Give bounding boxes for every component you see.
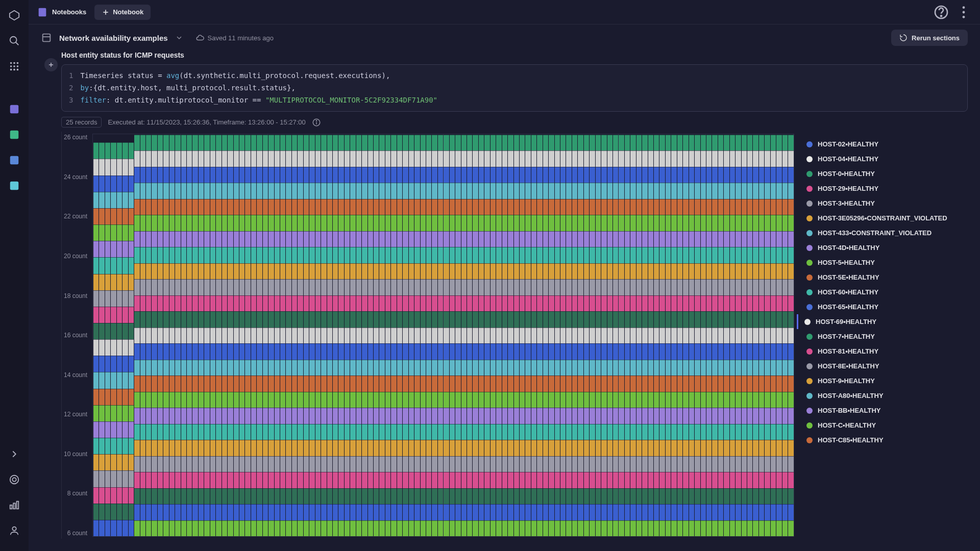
code-content: Timeseries status = avg(dt.synthetic.mul… xyxy=(80,70,437,106)
add-section-button[interactable] xyxy=(44,58,58,71)
legend-item[interactable]: HOST-A80•HEALTHY xyxy=(804,388,964,403)
legend-swatch-icon xyxy=(806,378,813,384)
legend-item[interactable]: HOST-81•HEALTHY xyxy=(804,344,964,359)
legend-label: HOST-81•HEALTHY xyxy=(818,347,878,355)
legend-swatch-icon xyxy=(806,393,813,399)
chart-legend: HOST-02•HEALTHYHOST-04•HEALTHYHOST-0•HEA… xyxy=(794,132,968,539)
legend-label: HOST-C•HEALTHY xyxy=(818,421,876,429)
legend-item[interactable]: HOST-60•HEALTHY xyxy=(804,285,964,299)
legend-label: HOST-A80•HEALTHY xyxy=(818,392,884,399)
legend-label: HOST-5E•HEALTHY xyxy=(818,273,879,281)
pinned-app-4-icon[interactable] xyxy=(5,177,23,195)
svg-point-16 xyxy=(10,475,19,484)
svg-rect-19 xyxy=(13,503,15,509)
legend-swatch-icon xyxy=(806,186,813,192)
user-icon[interactable] xyxy=(5,521,23,540)
y-tick: 26 count xyxy=(62,134,90,141)
legend-item[interactable]: HOST-C85•HEALTHY xyxy=(804,433,964,447)
svg-point-17 xyxy=(12,478,16,481)
legend-swatch-icon xyxy=(806,363,813,369)
svg-rect-18 xyxy=(10,505,12,509)
y-tick: 6 count xyxy=(62,530,90,537)
legend-label: HOST-9•HEALTHY xyxy=(818,377,875,385)
cloud-saved-icon xyxy=(195,33,205,42)
legend-item[interactable]: HOST-5•HEALTHY xyxy=(804,255,964,270)
pinned-app-2-icon[interactable] xyxy=(5,126,23,144)
notebooks-breadcrumb[interactable]: Notebooks xyxy=(52,8,86,16)
legend-item[interactable]: HOST-4D•HEALTHY xyxy=(804,240,964,255)
y-tick: 12 count xyxy=(62,411,90,418)
legend-item[interactable]: HOST-65•HEALTHY xyxy=(804,299,964,314)
legend-label: HOST-60•HEALTHY xyxy=(818,288,878,296)
pinned-app-1-icon[interactable] xyxy=(5,100,23,118)
legend-label: HOST-04•HEALTHY xyxy=(818,155,878,163)
support-icon[interactable] xyxy=(5,470,23,489)
section-title: Host entity status for ICMP requests xyxy=(61,51,968,59)
svg-rect-14 xyxy=(10,156,19,165)
legend-swatch-icon xyxy=(806,408,813,414)
more-menu-icon[interactable] xyxy=(955,4,972,20)
legend-item[interactable]: HOST-3E05296•CONSTRAINT_VIOLATED xyxy=(804,211,964,226)
legend-item[interactable]: HOST-9•HEALTHY xyxy=(804,373,964,388)
legend-swatch-icon xyxy=(806,304,813,310)
svg-point-28 xyxy=(963,11,965,13)
svg-point-10 xyxy=(13,69,15,71)
legend-item[interactable]: HOST-3•HEALTHY xyxy=(804,196,964,211)
new-notebook-button[interactable]: Notebook xyxy=(94,5,151,20)
svg-point-27 xyxy=(963,6,965,9)
y-tick: 8 count xyxy=(62,490,90,497)
notebook-header: Network availability examples Saved 11 m… xyxy=(29,24,980,51)
y-tick: 16 count xyxy=(62,332,90,339)
legend-item[interactable]: HOST-69•HEALTHY xyxy=(797,314,964,329)
executed-at-text: Executed at: 11/15/2023, 15:26:36, Timef… xyxy=(108,118,305,126)
rerun-sections-button[interactable]: Rerun sections xyxy=(891,30,968,46)
legend-item[interactable]: HOST-7•HEALTHY xyxy=(804,329,964,344)
line-gutter: 123 xyxy=(69,70,73,106)
dashboard-icon[interactable] xyxy=(5,496,23,514)
svg-rect-30 xyxy=(43,34,51,42)
legend-item[interactable]: HOST-5E•HEALTHY xyxy=(804,270,964,285)
svg-rect-22 xyxy=(39,8,46,16)
svg-point-3 xyxy=(10,62,12,64)
legend-item[interactable]: HOST-433•CONSTRAINT_VIOLATED xyxy=(804,226,964,240)
svg-line-2 xyxy=(16,42,19,45)
legend-item[interactable]: HOST-BB•HEALTHY xyxy=(804,403,964,418)
execution-info: 25 records Executed at: 11/15/2023, 15:2… xyxy=(61,117,968,128)
legend-swatch-icon xyxy=(806,215,813,221)
svg-point-8 xyxy=(17,65,19,67)
legend-swatch-icon xyxy=(806,141,813,147)
legend-item[interactable]: HOST-02•HEALTHY xyxy=(804,137,964,152)
legend-label: HOST-BB•HEALTHY xyxy=(818,407,880,414)
search-icon[interactable] xyxy=(5,32,23,50)
chart-bars xyxy=(93,134,794,536)
legend-item[interactable]: HOST-C•HEALTHY xyxy=(804,418,964,433)
expand-sidebar-icon[interactable] xyxy=(5,445,23,463)
title-menu-icon[interactable] xyxy=(175,34,183,42)
pinned-app-3-icon[interactable] xyxy=(5,151,23,169)
apps-icon[interactable] xyxy=(5,57,23,76)
new-notebook-label: Notebook xyxy=(113,8,143,16)
legend-item[interactable]: HOST-0•HEALTHY xyxy=(804,166,964,181)
home-icon[interactable] xyxy=(5,6,23,24)
code-editor[interactable]: 123 Timeseries status = avg(dt.synthetic… xyxy=(61,64,968,112)
y-tick: 14 count xyxy=(62,371,90,379)
legend-item[interactable]: HOST-04•HEALTHY xyxy=(804,152,964,166)
y-tick: 20 count xyxy=(62,253,90,260)
legend-item[interactable]: HOST-29•HEALTHY xyxy=(804,181,964,196)
legend-swatch-icon xyxy=(806,422,813,429)
legend-label: HOST-4D•HEALTHY xyxy=(818,244,879,252)
help-icon[interactable] xyxy=(933,4,949,20)
svg-marker-0 xyxy=(10,11,19,20)
notebook-title[interactable]: Network availability examples xyxy=(59,34,168,42)
legend-item[interactable]: HOST-8E•HEALTHY xyxy=(804,359,964,373)
sidebar xyxy=(0,0,29,551)
legend-label: HOST-02•HEALTHY xyxy=(818,140,878,148)
svg-rect-15 xyxy=(10,182,19,190)
top-bar: Notebooks Notebook xyxy=(29,0,980,24)
chart[interactable]: 26 count24 count22 count20 count18 count… xyxy=(61,132,794,539)
legend-label: HOST-29•HEALTHY xyxy=(818,185,878,192)
y-tick: 22 count xyxy=(62,213,90,220)
legend-label: HOST-5•HEALTHY xyxy=(818,259,875,266)
legend-swatch-icon xyxy=(806,289,813,295)
info-icon[interactable] xyxy=(312,118,321,127)
